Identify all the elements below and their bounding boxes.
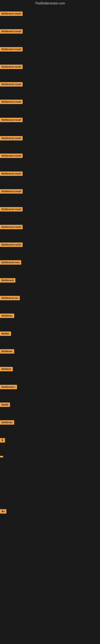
bottleneck-item: Bottleneck result [0,154,23,158]
bottleneck-item: Bottle [0,402,10,407]
bottleneck-item: Bottleneck result [0,136,23,140]
bottleneck-item: B [0,438,5,442]
bottleneck-item: Bottleneck result [0,29,23,34]
bottleneck-item: Bottleneck result [0,172,23,176]
bottleneck-item: Bottleneck result [0,64,23,69]
bottleneck-item: Bottleneck r [0,385,17,389]
bottleneck-badge[interactable]: Bottleneck result [0,225,23,229]
bottleneck-item: Bottleneck result [0,82,23,86]
bottleneck-badge[interactable]: Bottleneck result [0,207,23,212]
bottleneck-item: Bottleneck res [0,296,20,300]
site-title: TheBottlenecker.com [0,0,100,6]
bottleneck-item: Bottleneck result [0,118,23,122]
bottleneck-item: Bottleneck result [0,100,23,104]
bottleneck-item: Bo [0,509,6,514]
bottleneck-item: Bottleneck result [0,12,23,16]
bottleneck-item: Bottlene [0,367,13,371]
bottleneck-item: Bottler [0,332,11,336]
bottleneck-badge[interactable]: Bottleneck resu [0,260,21,265]
bottleneck-badge[interactable]: Bottleneck res [0,296,20,300]
bottleneck-item: Bottleneck [0,278,15,282]
bottleneck-badge[interactable]: Bottleneck r [0,385,17,389]
bottleneck-badge[interactable]: Bottleneck result [0,189,23,194]
bottleneck-badge[interactable]: Bottleneck [0,278,15,282]
bottleneck-item: Bottleneck result [0,225,23,229]
bottleneck-badge[interactable]: Bottleneck result [0,154,23,158]
bottleneck-badge[interactable]: Bottleneck result [0,29,23,34]
bottleneck-badge[interactable]: Bottle [0,402,10,407]
bottleneck-badge[interactable]: Bottleneck result [0,82,23,86]
bottleneck-item: Bottlenec [0,420,14,425]
bottleneck-badge[interactable]: Bottlene [0,367,13,371]
bottleneck-badge[interactable]: Bottleneck result [0,47,23,52]
bottleneck-badge[interactable]: Bottlenec [0,349,14,354]
bottleneck-badge[interactable]: Bottleneck result [0,64,23,69]
bottleneck-badge[interactable]: Bottleneck result [0,136,23,140]
bottleneck-badge[interactable]: Bo [0,509,6,514]
bottleneck-badge[interactable]: Bottleneck result [0,242,23,247]
bottleneck-item: Bottleneck resu [0,260,21,265]
bottleneck-badge[interactable]: Bottleneck result [0,118,23,122]
bottleneck-badge[interactable]: B [0,438,5,442]
bottleneck-item: Bottleneck result [0,207,23,212]
bottleneck-badge[interactable]: Bottleneck result [0,100,23,104]
bottleneck-badge[interactable]: Bottlenec [0,314,14,318]
bottleneck-item: Bottleneck result [0,47,23,52]
bottleneck-badge[interactable]: Bottler [0,332,11,336]
bottleneck-badge[interactable]: Bottlenec [0,420,14,425]
bottleneck-item: Bottleneck result [0,242,23,247]
bottleneck-item [0,456,3,458]
bottleneck-item: Bottleneck result [0,189,23,194]
bottleneck-badge[interactable]: Bottleneck result [0,12,23,16]
bottleneck-badge[interactable]: Bottleneck result [0,172,23,176]
bottleneck-badge[interactable] [0,456,3,458]
bottleneck-item: Bottlenec [0,314,14,318]
bottleneck-item: Bottlenec [0,349,14,354]
